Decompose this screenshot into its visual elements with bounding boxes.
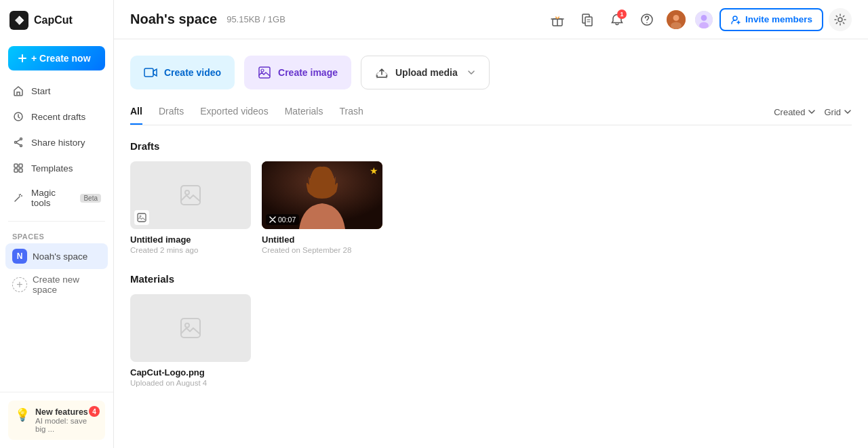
share-icon — [12, 136, 24, 148]
create-new-space-button[interactable]: + Create new space — [5, 269, 108, 300]
tab-materials[interactable]: Materials — [285, 106, 323, 125]
sort-chevron-icon — [808, 108, 816, 116]
sidebar-item-recent-drafts[interactable]: Recent drafts — [5, 104, 108, 129]
svg-rect-24 — [144, 68, 153, 77]
draft-item-name: Untitled — [262, 235, 382, 245]
upload-media-button[interactable]: Upload media — [361, 56, 490, 89]
help-icon — [640, 13, 654, 26]
view-button[interactable]: Grid — [824, 107, 852, 117]
tab-trash[interactable]: Trash — [339, 106, 363, 125]
avatar-image — [667, 9, 686, 30]
svg-rect-33 — [181, 319, 200, 338]
svg-point-4 — [15, 142, 17, 144]
svg-point-22 — [733, 16, 737, 20]
material-placeholder-icon — [178, 316, 203, 340]
content-area: Create video Create image Upload media — [114, 39, 868, 448]
svg-point-28 — [185, 190, 189, 195]
space-avatar: N — [12, 249, 27, 264]
header-left: Noah's space 95.15KB / 1GB — [130, 12, 285, 27]
svg-rect-6 — [19, 164, 22, 167]
svg-point-10 — [21, 195, 22, 197]
tab-all[interactable]: All — [130, 106, 142, 125]
tab-controls: Created Grid — [774, 106, 852, 125]
image-placeholder-icon — [178, 183, 203, 207]
new-features-banner[interactable]: 💡 New features AI model: save big ... 4 — [8, 401, 105, 440]
image-type-badge — [134, 210, 149, 225]
svg-point-21 — [699, 22, 709, 28]
svg-point-2 — [20, 138, 22, 140]
history-button[interactable] — [576, 8, 599, 31]
home-icon — [12, 85, 24, 97]
gift-button[interactable] — [546, 8, 569, 31]
create-video-button[interactable]: Create video — [130, 56, 235, 89]
create-image-button[interactable]: Create image — [244, 56, 351, 89]
sidebar-item-share-history[interactable]: Share history — [5, 130, 108, 155]
sidebar-item-start[interactable]: Start — [5, 79, 108, 103]
features-badge: 4 — [89, 406, 100, 417]
tab-drafts[interactable]: Drafts — [159, 106, 184, 125]
drafts-section-title: Drafts — [130, 140, 852, 152]
materials-section-title: Materials — [130, 273, 852, 285]
material-item-capcut-logo[interactable]: CapCut-Logo.png Uploaded on August 4 — [130, 294, 251, 387]
sidebar-item-magic-tools[interactable]: Magic tools Beta — [5, 182, 108, 214]
svg-point-18 — [671, 22, 682, 29]
sort-button[interactable]: Created — [774, 107, 816, 117]
svg-rect-25 — [259, 67, 270, 78]
invite-members-button[interactable]: Invite members — [719, 8, 823, 31]
topbar: Noah's space 95.15KB / 1GB — [114, 0, 868, 39]
view-chevron-icon — [844, 108, 852, 116]
draft-thumb-untitled-image — [130, 161, 251, 229]
upload-icon — [375, 66, 389, 79]
chevron-down-icon — [467, 68, 475, 77]
logo-text: CapCut — [34, 14, 73, 26]
svg-rect-27 — [181, 186, 200, 205]
svg-point-26 — [261, 69, 264, 72]
person-plus-icon — [730, 14, 741, 25]
draft-item-date: Created 2 mins ago — [130, 246, 251, 254]
svg-point-15 — [646, 22, 648, 23]
material-thumb-capcut-logo — [130, 294, 251, 362]
plus-circle-icon: + — [12, 277, 27, 292]
draft-item-untitled-video[interactable]: 00:07 ★ Untitled Created on September 28 — [262, 161, 382, 254]
video-icon — [144, 66, 157, 79]
storage-info: 95.15KB / 1GB — [226, 14, 285, 24]
material-item-date: Uploaded on August 4 — [130, 379, 251, 387]
action-cards-row: Create video Create image Upload media — [130, 56, 852, 89]
clock-icon — [12, 110, 24, 123]
svg-point-20 — [701, 15, 707, 21]
materials-grid: CapCut-Logo.png Uploaded on August 4 — [130, 294, 852, 387]
user-avatar-group — [665, 9, 687, 30]
workspace-settings-button[interactable] — [829, 8, 852, 31]
sidebar: CapCut + Create now Start Recent drafts … — [0, 0, 114, 448]
draft-item-name: Untitled image — [130, 235, 251, 245]
draft-thumb-untitled-video: 00:07 ★ — [262, 161, 382, 229]
sidebar-item-noahs-space[interactable]: N Noah's space — [5, 243, 108, 269]
svg-rect-5 — [14, 164, 18, 167]
beta-badge: Beta — [80, 194, 101, 203]
video-duration-badge: 00:07 — [266, 214, 299, 225]
capcut-logo-icon — [9, 11, 28, 30]
image-create-icon — [258, 66, 271, 79]
tab-exported-videos[interactable]: Exported videos — [200, 106, 268, 125]
notifications-button[interactable]: 1 — [606, 8, 629, 31]
svg-point-9 — [20, 194, 21, 195]
draft-item-untitled-image[interactable]: Untitled image Created 2 mins ago — [130, 161, 251, 254]
sidebar-item-templates[interactable]: Templates — [5, 156, 108, 180]
main-content: Noah's space 95.15KB / 1GB — [114, 0, 868, 448]
gear-icon — [834, 14, 846, 26]
svg-point-23 — [838, 18, 842, 22]
logo-area: CapCut — [0, 0, 113, 41]
user-avatar[interactable] — [665, 9, 687, 30]
spaces-label: Spaces — [0, 228, 113, 243]
divider — [8, 221, 105, 222]
scissors-icon — [269, 216, 276, 223]
svg-rect-29 — [138, 213, 146, 222]
svg-point-17 — [673, 15, 679, 21]
content-tabs: All Drafts Exported videos Materials Tra… — [130, 106, 852, 125]
bulb-icon: 💡 — [15, 407, 30, 422]
svg-point-30 — [140, 216, 142, 218]
create-now-button[interactable]: + Create now — [8, 46, 105, 70]
notification-badge: 1 — [617, 9, 627, 19]
help-button[interactable] — [635, 8, 658, 31]
wand-icon — [12, 192, 24, 204]
